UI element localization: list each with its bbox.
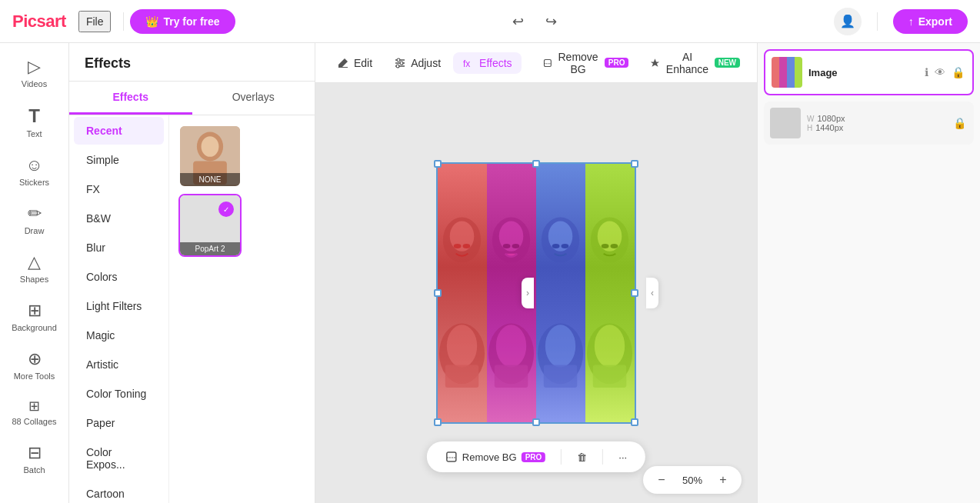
- redo-button[interactable]: ↪: [541, 8, 562, 35]
- layer-item-image[interactable]: Image ℹ 👁 🔒: [764, 49, 974, 95]
- main-content: ▷ Videos T Text ☺ Stickers ✏ Draw △ Shap…: [0, 43, 980, 503]
- undo-button[interactable]: ↩: [508, 8, 528, 35]
- try-free-button[interactable]: 👑 Try for free: [130, 9, 235, 34]
- sidebar-item-collages[interactable]: ⊞ 88 Collages: [4, 390, 65, 434]
- category-magic[interactable]: Magic: [74, 321, 164, 349]
- remove-bg-label: Remove BG: [556, 51, 599, 75]
- svg-point-38: [545, 325, 575, 367]
- more-tools-label: More Tools: [14, 371, 55, 381]
- svg-point-22: [512, 244, 519, 248]
- background-icon: ⊞: [28, 301, 42, 321]
- sidebar-item-text[interactable]: T Text: [4, 98, 65, 146]
- handle-middle-left[interactable]: [434, 289, 442, 297]
- category-artistic[interactable]: Artistic: [74, 351, 164, 378]
- file-menu[interactable]: File: [78, 11, 112, 32]
- category-color-expos[interactable]: Color Expos...: [74, 438, 164, 478]
- tool-sidebar: ▷ Videos T Text ☺ Stickers ✏ Draw △ Shap…: [0, 43, 69, 503]
- sidebar-item-draw[interactable]: ✏ Draw: [4, 196, 65, 243]
- handle-bottom-right[interactable]: [631, 418, 638, 426]
- separator-1: [123, 12, 124, 31]
- ai-enhance-button[interactable]: AI Enhance NEW: [641, 46, 749, 80]
- export-button[interactable]: ↑ Export: [893, 9, 968, 34]
- svg-point-35: [496, 325, 526, 367]
- adjust-label: Adjust: [411, 57, 441, 69]
- layer-eye-icon: 👁: [935, 66, 945, 78]
- canvas-more-button[interactable]: ···: [609, 447, 636, 468]
- category-cartoon[interactable]: Cartoon: [74, 480, 164, 503]
- category-recent[interactable]: Recent: [74, 117, 164, 145]
- collapse-right-button[interactable]: ›: [522, 278, 534, 308]
- effects-toolbar-button[interactable]: fx Effects: [453, 52, 522, 74]
- sidebar-item-shapes[interactable]: △ Shapes: [4, 245, 65, 291]
- svg-point-25: [552, 244, 560, 248]
- category-simple[interactable]: Simple: [74, 146, 164, 174]
- effects-thumbnails: NONE ✓ PopArt 2: [169, 115, 315, 503]
- canvas-area: Edit Adjust fx Effects Remove BG PRO AI …: [315, 43, 757, 503]
- layer-lock-button[interactable]: 🔒: [950, 65, 966, 80]
- logo-text: Picsart: [12, 12, 66, 32]
- zoom-in-button[interactable]: +: [714, 471, 732, 489]
- category-light-filters[interactable]: Light Filters: [74, 292, 164, 320]
- logo[interactable]: Picsart: [12, 12, 66, 32]
- zoom-out-button[interactable]: −: [652, 471, 671, 489]
- layer-thumb-inner: [772, 57, 802, 88]
- canvas-wrapper[interactable]: ‹ ›: [315, 83, 757, 503]
- tab-overlays[interactable]: Overlays: [192, 82, 315, 115]
- handle-bottom-left[interactable]: [434, 418, 442, 426]
- svg-point-20: [499, 221, 524, 251]
- handle-top-center[interactable]: [532, 160, 540, 168]
- more-tools-icon: ⊕: [28, 349, 42, 369]
- videos-label: Videos: [22, 79, 47, 88]
- draw-icon: ✏: [28, 204, 42, 224]
- export-arrow-icon: ↑: [908, 15, 914, 28]
- svg-point-26: [561, 244, 568, 248]
- canvas-image[interactable]: [436, 162, 636, 424]
- edit-button[interactable]: Edit: [328, 52, 382, 74]
- layer-eye-button[interactable]: 👁: [933, 65, 947, 80]
- svg-point-24: [548, 221, 573, 251]
- canvas-remove-bg-button[interactable]: Remove BG PRO: [436, 446, 555, 468]
- remove-bg-icon: [543, 57, 552, 69]
- face-overlay: [438, 164, 635, 422]
- handle-top-right[interactable]: [631, 160, 638, 168]
- svg-rect-42: [593, 365, 626, 388]
- videos-icon: ▷: [28, 57, 41, 77]
- handle-bottom-center[interactable]: [532, 418, 540, 426]
- pro-badge: PRO: [605, 58, 629, 68]
- sidebar-item-batch[interactable]: ⊟ Batch: [4, 435, 65, 482]
- sidebar-item-more-tools[interactable]: ⊕ More Tools: [4, 341, 65, 388]
- tab-effects[interactable]: Effects: [69, 82, 192, 115]
- effect-popart2[interactable]: ✓ PopArt 2: [178, 194, 242, 257]
- sidebar-item-stickers[interactable]: ☺ Stickers: [4, 148, 65, 195]
- height-value: 1440px: [815, 123, 843, 132]
- category-fx[interactable]: FX: [74, 175, 164, 203]
- batch-icon: ⊟: [28, 443, 42, 463]
- effects-categories: Recent Simple FX B&W Blur Colors Light F…: [69, 115, 169, 503]
- collapse-left-button[interactable]: ‹: [646, 278, 658, 308]
- secondary-toolbar: Edit Adjust fx Effects Remove BG PRO AI …: [315, 43, 757, 83]
- layer-info: Image: [808, 67, 917, 78]
- remove-bg-button[interactable]: Remove BG PRO: [534, 46, 638, 80]
- sidebar-item-videos[interactable]: ▷ Videos: [4, 49, 65, 96]
- handle-middle-right[interactable]: [631, 289, 638, 297]
- handle-top-left[interactable]: [434, 160, 442, 168]
- separator-2: [877, 12, 878, 31]
- text-icon: T: [28, 105, 40, 127]
- category-paper[interactable]: Paper: [74, 409, 164, 437]
- effect-none[interactable]: NONE: [178, 125, 242, 188]
- category-bw[interactable]: B&W: [74, 205, 164, 232]
- category-color-toning[interactable]: Color Toning: [74, 380, 164, 408]
- lt-col-3: [787, 57, 795, 88]
- svg-point-30: [610, 244, 618, 248]
- layer-info-button[interactable]: ℹ: [923, 65, 930, 80]
- canvas-delete-button[interactable]: 🗑: [568, 447, 596, 468]
- draw-label: Draw: [25, 226, 45, 235]
- layer-lock-button-2[interactable]: 🔒: [952, 115, 968, 131]
- collages-label: 88 Collages: [12, 417, 56, 426]
- adjust-button[interactable]: Adjust: [385, 52, 450, 74]
- user-profile-button[interactable]: 👤: [834, 8, 862, 35]
- layer-info-icon: ℹ: [925, 66, 928, 78]
- category-colors[interactable]: Colors: [74, 263, 164, 291]
- category-blur[interactable]: Blur: [74, 234, 164, 261]
- sidebar-item-background[interactable]: ⊞ Background: [4, 293, 65, 340]
